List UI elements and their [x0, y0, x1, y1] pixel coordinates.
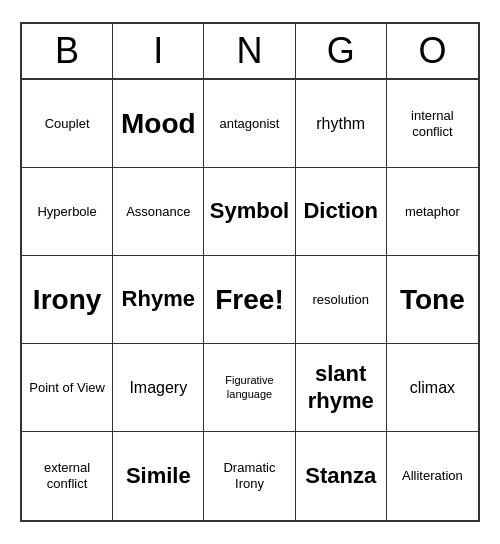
header-b: B	[22, 24, 113, 78]
cell-text-22: Dramatic Irony	[208, 460, 290, 491]
cell-text-2: antagonist	[219, 116, 279, 132]
cell-text-8: Diction	[303, 198, 378, 224]
cell-text-24: Alliteration	[402, 468, 463, 484]
cell-text-6: Assonance	[126, 204, 190, 220]
bingo-cell-23[interactable]: Stanza	[296, 432, 387, 520]
cell-text-9: metaphor	[405, 204, 460, 220]
cell-text-11: Rhyme	[122, 286, 195, 312]
header-n: N	[204, 24, 295, 78]
bingo-cell-21[interactable]: Simile	[113, 432, 204, 520]
bingo-cell-6[interactable]: Assonance	[113, 168, 204, 256]
bingo-cell-12[interactable]: Free!	[204, 256, 295, 344]
bingo-cell-18[interactable]: slant rhyme	[296, 344, 387, 432]
bingo-cell-24[interactable]: Alliteration	[387, 432, 478, 520]
cell-text-13: resolution	[313, 292, 369, 308]
bingo-cell-4[interactable]: internal conflict	[387, 80, 478, 168]
cell-text-16: Imagery	[129, 378, 187, 397]
bingo-cell-1[interactable]: Mood	[113, 80, 204, 168]
cell-text-20: external conflict	[26, 460, 108, 491]
bingo-cell-17[interactable]: Figurative language	[204, 344, 295, 432]
cell-text-5: Hyperbole	[37, 204, 96, 220]
bingo-grid: CoupletMoodantagonistrhythminternal conf…	[22, 80, 478, 520]
bingo-cell-0[interactable]: Couplet	[22, 80, 113, 168]
bingo-cell-11[interactable]: Rhyme	[113, 256, 204, 344]
bingo-cell-10[interactable]: Irony	[22, 256, 113, 344]
bingo-cell-13[interactable]: resolution	[296, 256, 387, 344]
bingo-cell-9[interactable]: metaphor	[387, 168, 478, 256]
bingo-cell-22[interactable]: Dramatic Irony	[204, 432, 295, 520]
cell-text-19: climax	[410, 378, 455, 397]
bingo-cell-3[interactable]: rhythm	[296, 80, 387, 168]
cell-text-0: Couplet	[45, 116, 90, 132]
bingo-cell-16[interactable]: Imagery	[113, 344, 204, 432]
bingo-cell-20[interactable]: external conflict	[22, 432, 113, 520]
header-i: I	[113, 24, 204, 78]
cell-text-18: slant rhyme	[300, 361, 382, 414]
cell-text-23: Stanza	[305, 463, 376, 489]
bingo-cell-15[interactable]: Point of View	[22, 344, 113, 432]
cell-text-10: Irony	[33, 283, 101, 317]
bingo-card: B I N G O CoupletMoodantagonistrhythmint…	[20, 22, 480, 522]
bingo-cell-5[interactable]: Hyperbole	[22, 168, 113, 256]
cell-text-21: Simile	[126, 463, 191, 489]
bingo-cell-14[interactable]: Tone	[387, 256, 478, 344]
cell-text-1: Mood	[121, 107, 196, 141]
bingo-header: B I N G O	[22, 24, 478, 80]
bingo-cell-19[interactable]: climax	[387, 344, 478, 432]
bingo-cell-8[interactable]: Diction	[296, 168, 387, 256]
cell-text-4: internal conflict	[391, 108, 474, 139]
cell-text-3: rhythm	[316, 114, 365, 133]
cell-text-15: Point of View	[29, 380, 105, 396]
cell-text-7: Symbol	[210, 198, 289, 224]
header-o: O	[387, 24, 478, 78]
cell-text-17: Figurative language	[208, 374, 290, 400]
header-g: G	[296, 24, 387, 78]
bingo-cell-2[interactable]: antagonist	[204, 80, 295, 168]
cell-text-12: Free!	[215, 283, 283, 317]
bingo-cell-7[interactable]: Symbol	[204, 168, 295, 256]
cell-text-14: Tone	[400, 283, 465, 317]
